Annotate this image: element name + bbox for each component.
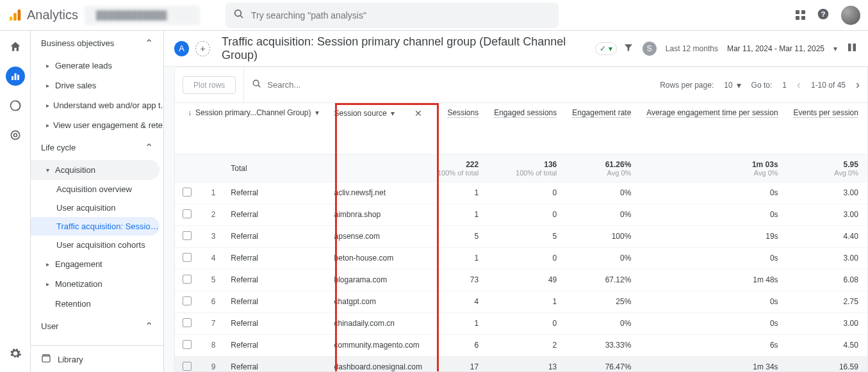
ga-logo-icon	[8, 8, 22, 22]
app-name: Analytics	[27, 8, 78, 22]
svg-rect-2	[18, 9, 21, 20]
svg-rect-1	[13, 13, 17, 20]
svg-text:?: ?	[821, 10, 825, 18]
svg-rect-0	[10, 16, 13, 20]
global-search[interactable]	[225, 3, 559, 28]
avatar[interactable]	[841, 6, 860, 25]
search-icon	[233, 8, 245, 22]
property-selector[interactable]: ████████████	[85, 6, 200, 25]
app-header: Analytics ████████████ ?	[0, 0, 868, 31]
apps-icon[interactable]	[796, 10, 805, 20]
svg-line-4	[240, 15, 243, 18]
svg-point-3	[235, 10, 242, 17]
header-right: ?	[796, 6, 860, 25]
logo-block: Analytics	[8, 8, 78, 22]
help-icon[interactable]: ?	[817, 8, 830, 22]
global-search-input[interactable]	[251, 10, 551, 20]
